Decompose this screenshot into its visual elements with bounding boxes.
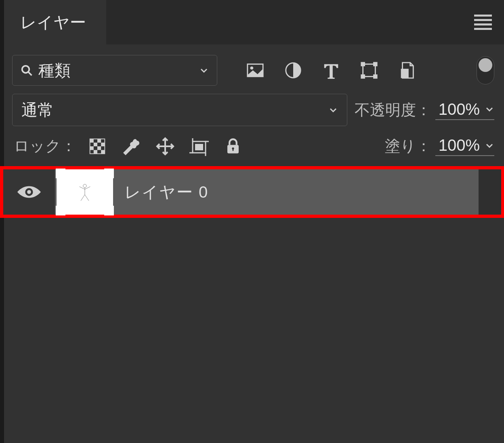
svg-line-1 bbox=[28, 72, 32, 76]
svg-line-36 bbox=[85, 195, 89, 201]
svg-rect-14 bbox=[101, 142, 105, 146]
tab-layers[interactable]: レイヤー bbox=[4, 0, 106, 44]
filter-type-dropdown[interactable]: 種類 bbox=[12, 55, 217, 86]
filter-row: 種類 bbox=[4, 44, 504, 86]
lock-position-icon[interactable] bbox=[155, 137, 175, 156]
lock-row: ロック： bbox=[4, 126, 504, 166]
lock-image-icon[interactable] bbox=[122, 137, 141, 156]
layer-row[interactable]: レイヤー 0 bbox=[0, 166, 504, 218]
svg-rect-11 bbox=[90, 139, 94, 142]
svg-rect-26 bbox=[195, 144, 203, 150]
opacity-label: 不透明度： bbox=[355, 100, 431, 120]
lock-label: ロック： bbox=[14, 136, 76, 156]
filter-label: 種類 bbox=[38, 59, 193, 82]
pixel-layer-filter-icon[interactable] bbox=[246, 61, 265, 80]
filter-toggle[interactable] bbox=[477, 56, 494, 84]
layer-thumbnail[interactable] bbox=[57, 169, 113, 215]
adjustment-layer-filter-icon[interactable] bbox=[284, 61, 303, 80]
svg-rect-17 bbox=[94, 150, 97, 154]
lock-all-icon[interactable] bbox=[223, 137, 243, 156]
opacity-input[interactable]: 100% bbox=[435, 100, 494, 120]
panel-menu-icon[interactable] bbox=[474, 15, 492, 30]
svg-rect-15 bbox=[90, 146, 94, 150]
fill-label: 塗り： bbox=[385, 136, 431, 156]
filter-icons bbox=[246, 61, 417, 80]
svg-rect-9 bbox=[374, 75, 377, 78]
visibility-toggle[interactable] bbox=[3, 169, 55, 215]
blend-row: 通常 不透明度： 100% bbox=[4, 86, 504, 126]
lock-artboard-icon[interactable] bbox=[189, 137, 209, 156]
blend-mode-dropdown[interactable]: 通常 bbox=[12, 94, 347, 126]
svg-rect-16 bbox=[97, 146, 101, 150]
svg-point-0 bbox=[22, 66, 29, 73]
layers-list: レイヤー 0 bbox=[4, 166, 504, 443]
thumbnail-content-icon bbox=[75, 178, 95, 206]
blend-mode-label: 通常 bbox=[21, 99, 323, 121]
layer-row-gutter bbox=[479, 169, 501, 215]
fill-group: 塗り： 100% bbox=[385, 136, 494, 156]
svg-line-33 bbox=[80, 187, 85, 190]
opacity-group: 不透明度： 100% bbox=[355, 100, 494, 120]
svg-point-31 bbox=[83, 184, 86, 188]
smart-object-filter-icon[interactable] bbox=[397, 61, 417, 80]
lock-transparency-icon[interactable] bbox=[88, 137, 107, 156]
fill-input[interactable]: 100% bbox=[435, 136, 494, 156]
type-layer-filter-icon[interactable] bbox=[321, 61, 341, 80]
tab-label: レイヤー bbox=[20, 11, 86, 34]
shape-layer-filter-icon[interactable] bbox=[359, 61, 379, 80]
layers-panel: レイヤー 種類 bbox=[0, 0, 504, 443]
svg-point-3 bbox=[250, 66, 254, 70]
tab-strip: レイヤー bbox=[4, 0, 504, 44]
chevron-down-icon bbox=[199, 65, 209, 75]
svg-line-35 bbox=[81, 195, 85, 201]
svg-rect-6 bbox=[361, 63, 365, 66]
toggle-knob bbox=[479, 58, 492, 72]
svg-rect-18 bbox=[101, 150, 105, 154]
svg-rect-13 bbox=[94, 142, 97, 146]
layer-name[interactable]: レイヤー 0 bbox=[124, 181, 208, 203]
search-icon bbox=[21, 64, 33, 76]
eye-icon bbox=[17, 185, 41, 199]
svg-point-30 bbox=[27, 190, 31, 194]
svg-rect-7 bbox=[374, 63, 377, 66]
fill-value: 100% bbox=[435, 136, 480, 154]
svg-line-34 bbox=[85, 187, 90, 190]
lock-icons bbox=[88, 137, 243, 156]
opacity-value: 100% bbox=[435, 100, 480, 118]
svg-rect-12 bbox=[97, 139, 101, 142]
svg-rect-8 bbox=[361, 75, 365, 78]
chevron-down-icon bbox=[485, 104, 494, 114]
svg-rect-29 bbox=[233, 148, 234, 151]
chevron-down-icon bbox=[328, 105, 338, 115]
chevron-down-icon bbox=[485, 141, 494, 150]
